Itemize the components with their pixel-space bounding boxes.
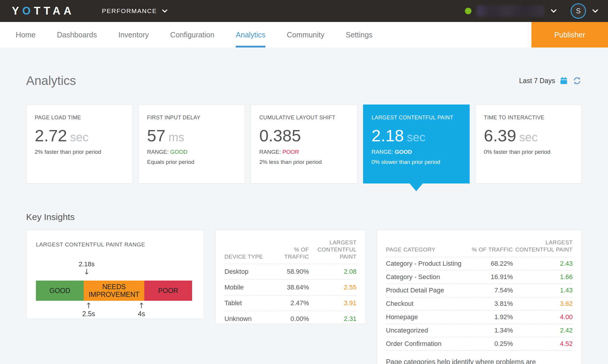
metric-range-row: RANGE: GOOD bbox=[372, 149, 461, 155]
table-row: Tablet 2.47% 3.91 bbox=[224, 295, 357, 311]
metric-delta: 0% faster than prior period bbox=[484, 149, 573, 155]
metric-value-row: 57 ms bbox=[147, 126, 236, 145]
range-prefix: RANGE: bbox=[147, 149, 169, 155]
col-header-page-category: PAGE CATEGORY bbox=[386, 239, 464, 257]
refresh-icon[interactable] bbox=[572, 76, 582, 86]
key-insights-row: LARGEST CONTENTFUL PAINT RANGE 2.18s ↓ G… bbox=[26, 230, 582, 364]
range-value: GOOD bbox=[170, 149, 187, 155]
metric-delta: 2% less than prior period bbox=[259, 159, 349, 165]
page-title: Analytics bbox=[26, 74, 76, 88]
metric-value: 57 bbox=[147, 126, 165, 145]
metric-card-time-to-interactive[interactable]: TIME TO INTERACTIVE 6.39 sec 0% faster t… bbox=[475, 105, 582, 183]
logo-accent-letter: O bbox=[22, 5, 34, 17]
range-segment-needs-improvement: NEEDS IMPROVEMENT bbox=[84, 281, 144, 301]
metric-delta: Equals prior period bbox=[147, 159, 236, 165]
metric-unit: sec bbox=[70, 131, 88, 144]
threshold-good-label: 2.5s bbox=[82, 310, 95, 318]
device-cell: Mobile bbox=[224, 280, 268, 295]
category-cell: Uncategorized bbox=[386, 324, 464, 337]
lcp-cell: 2.42 bbox=[513, 324, 573, 337]
table-header-row: PAGE CATEGORY % OF TRAFFIC LARGEST CONTE… bbox=[386, 239, 573, 257]
page-category-table: PAGE CATEGORY % OF TRAFFIC LARGEST CONTE… bbox=[386, 239, 573, 351]
logo-text: Y bbox=[12, 5, 22, 17]
metric-unit: ms bbox=[169, 131, 184, 144]
metric-delta: 0% slower than prior period bbox=[372, 159, 461, 165]
col-header-lcp: LARGEST CONTENTFUL PAINT bbox=[309, 239, 357, 264]
calendar-icon[interactable] bbox=[560, 77, 568, 85]
metric-value-row: 2.72 sec bbox=[35, 126, 124, 145]
traffic-cell: 1.92% bbox=[464, 310, 513, 324]
current-lcp-value: 2.18s bbox=[79, 260, 95, 268]
product-menu-label: PERFORMANCE bbox=[102, 7, 157, 15]
table-row: Uncategorized 1.34% 2.42 bbox=[386, 324, 573, 337]
metric-unit: sec bbox=[407, 131, 425, 144]
title-row: Analytics Last 7 Days bbox=[26, 74, 582, 88]
yottaa-logo[interactable]: YOTTAA bbox=[12, 5, 75, 17]
col-header-traffic: % OF TRAFFIC bbox=[268, 239, 309, 264]
metric-card-cumulative-layout-shift[interactable]: CUMULATIVE LAYOUT SHIFT 0.385 RANGE: POO… bbox=[251, 105, 357, 183]
lcp-range-chart: 2.18s ↓ GOOD NEEDS IMPROVEMENT POOR ↑ 2.… bbox=[36, 249, 194, 317]
range-segment-good: GOOD bbox=[36, 281, 84, 301]
chevron-down-icon bbox=[591, 7, 599, 15]
lcp-cell: 2.43 bbox=[513, 257, 573, 270]
metric-range-row: RANGE: POOR bbox=[259, 149, 349, 155]
key-insights-heading: Key Insights bbox=[26, 212, 582, 222]
account-name-redacted bbox=[477, 5, 544, 17]
date-range-label[interactable]: Last 7 Days bbox=[519, 77, 555, 85]
lcp-range-title: LARGEST CONTENTFUL PAINT RANGE bbox=[36, 241, 194, 248]
avatar[interactable]: S bbox=[571, 3, 586, 19]
metric-value-row: 6.39 sec bbox=[484, 126, 573, 145]
threshold-poor-label: 4s bbox=[138, 310, 145, 318]
tab-dashboards[interactable]: Dashboards bbox=[57, 22, 97, 48]
metric-value: 2.18 bbox=[372, 126, 404, 145]
traffic-cell: 38.64% bbox=[268, 280, 309, 295]
lcp-cell: 2.08 bbox=[309, 264, 357, 280]
metric-value-row: 0.385 bbox=[259, 126, 349, 145]
category-cell: Order Confirmation bbox=[386, 337, 464, 350]
range-value: POOR bbox=[283, 149, 299, 155]
traffic-cell: 3.81% bbox=[464, 297, 513, 310]
metric-value: 2.72 bbox=[35, 126, 67, 145]
table-row: Mobile 38.64% 2.55 bbox=[224, 280, 357, 295]
table-row: Category - Product Listing 68.22% 2.43 bbox=[386, 257, 573, 270]
tab-configuration[interactable]: Configuration bbox=[170, 22, 214, 48]
lcp-cell: 1.43 bbox=[513, 284, 573, 297]
tab-home[interactable]: Home bbox=[16, 22, 36, 48]
range-prefix: RANGE: bbox=[372, 149, 393, 155]
range-prefix: RANGE: bbox=[259, 149, 281, 155]
publisher-button[interactable]: Publisher bbox=[531, 22, 608, 48]
lcp-cell: 3.91 bbox=[309, 295, 357, 311]
range-value: GOOD bbox=[395, 149, 412, 155]
metric-card-largest-contentful-paint[interactable]: LARGEST CONTENTFUL PAINT 2.18 sec RANGE:… bbox=[363, 105, 470, 183]
lcp-cell: 1.66 bbox=[513, 270, 573, 284]
traffic-cell: 2.47% bbox=[268, 295, 309, 311]
table-row: Order Confirmation 0.25% 4.52 bbox=[386, 337, 573, 350]
tab-settings[interactable]: Settings bbox=[346, 22, 373, 48]
table-row: Desktop 58.90% 2.08 bbox=[224, 264, 357, 280]
col-header-lcp: LARGEST CONTENTFUL PAINT bbox=[513, 239, 573, 257]
date-range-controls: Last 7 Days bbox=[519, 76, 582, 86]
table-header-row: DEVICE TYPE % OF TRAFFIC LARGEST CONTENT… bbox=[224, 239, 357, 264]
page-category-card: PAGE CATEGORY % OF TRAFFIC LARGEST CONTE… bbox=[377, 230, 582, 364]
metric-card-page-load-time[interactable]: PAGE LOAD TIME 2.72 sec 2% faster than p… bbox=[26, 105, 133, 183]
traffic-cell: 58.90% bbox=[268, 264, 309, 280]
lcp-cell: 4.00 bbox=[513, 310, 573, 324]
user-menu-dropdown[interactable] bbox=[591, 7, 599, 15]
product-menu-dropdown[interactable]: PERFORMANCE bbox=[102, 7, 168, 15]
traffic-cell: 68.22% bbox=[464, 257, 513, 270]
metric-label: FIRST INPUT DELAY bbox=[147, 114, 236, 121]
tab-analytics[interactable]: Analytics bbox=[236, 22, 265, 48]
category-cell: Checkout bbox=[386, 297, 464, 310]
account-status-dot bbox=[465, 8, 471, 14]
threshold-good: ↑ 2.5s bbox=[82, 302, 95, 318]
tab-community[interactable]: Community bbox=[287, 22, 324, 48]
tab-inventory[interactable]: Inventory bbox=[118, 22, 149, 48]
chevron-down-icon bbox=[550, 7, 558, 15]
navbar-right-cluster: S bbox=[465, 3, 599, 19]
metric-card-first-input-delay[interactable]: FIRST INPUT DELAY 57 ms RANGE: GOOD Equa… bbox=[138, 105, 245, 183]
category-cell: Category - Section bbox=[386, 270, 464, 284]
device-cell: Tablet bbox=[224, 295, 268, 311]
metric-range-row: RANGE: GOOD bbox=[147, 149, 236, 155]
device-cell: Desktop bbox=[224, 264, 268, 280]
account-menu-dropdown[interactable] bbox=[550, 7, 558, 15]
